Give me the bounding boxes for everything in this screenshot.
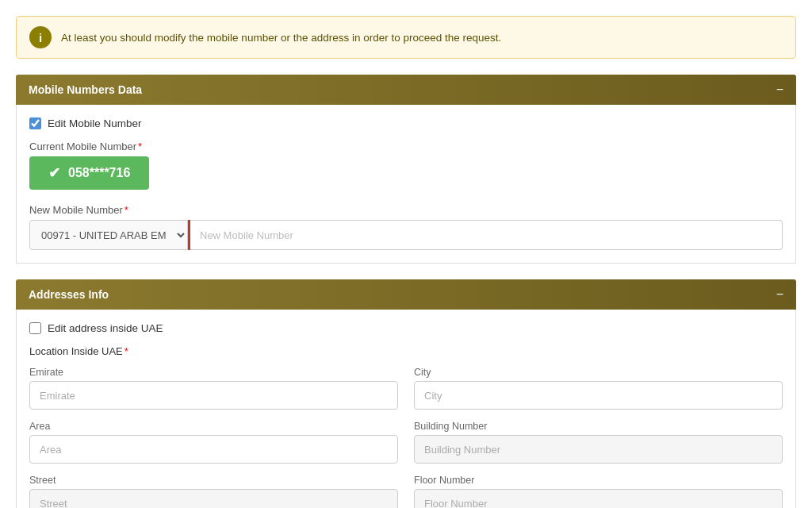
emirate-label: Emirate <box>29 367 398 378</box>
current-mobile-label: Current Mobile Number* <box>29 140 783 152</box>
street-label: Street <box>29 475 398 486</box>
emirate-group: Emirate <box>29 367 398 410</box>
address-collapse-icon[interactable]: − <box>776 287 783 302</box>
area-label: Area <box>29 421 398 432</box>
floor-number-group: Floor Number <box>414 475 783 508</box>
area-group: Area <box>29 421 398 464</box>
area-input[interactable] <box>29 435 398 464</box>
new-mobile-input[interactable] <box>190 220 783 250</box>
new-mobile-row: 00971 - UNITED ARAB EMI... <box>29 220 783 250</box>
edit-address-label: Edit address inside UAE <box>48 322 163 334</box>
address-section-title: Addresses Info <box>29 288 109 301</box>
location-label: Location Inside UAE* <box>29 345 783 357</box>
mobile-collapse-icon[interactable]: − <box>776 83 783 97</box>
edit-mobile-checkbox-row: Edit Mobile Number <box>29 117 783 129</box>
city-group: City <box>414 367 783 410</box>
floor-number-label: Floor Number <box>414 475 783 486</box>
address-section: Addresses Info − Edit address inside UAE… <box>16 279 796 508</box>
mobile-section-body: Edit Mobile Number Current Mobile Number… <box>16 105 796 264</box>
country-code-select[interactable]: 00971 - UNITED ARAB EMI... <box>29 220 188 250</box>
building-number-input[interactable] <box>414 435 783 464</box>
check-icon: ✔ <box>48 164 60 182</box>
building-number-group: Building Number <box>414 421 783 464</box>
alert-banner: i At least you should modify the mobile … <box>16 16 796 59</box>
mobile-section-header: Mobile Numbers Data − <box>16 75 796 105</box>
edit-mobile-checkbox[interactable] <box>29 117 41 129</box>
current-mobile-button[interactable]: ✔ 058****716 <box>29 156 149 190</box>
new-mobile-field-label: New Mobile Number* <box>29 204 783 216</box>
edit-address-checkbox-row: Edit address inside UAE <box>29 322 783 334</box>
edit-address-checkbox[interactable] <box>29 322 41 334</box>
emirate-input[interactable] <box>29 381 398 410</box>
address-form-grid: Emirate City Area Building Number <box>29 367 783 508</box>
address-section-body: Edit address inside UAE Location Inside … <box>16 310 796 508</box>
city-label: City <box>414 367 783 378</box>
alert-message: At least you should modify the mobile nu… <box>61 32 501 44</box>
page-wrapper: i At least you should modify the mobile … <box>0 0 812 508</box>
edit-mobile-label: Edit Mobile Number <box>48 117 142 129</box>
floor-number-input[interactable] <box>414 489 783 508</box>
mobile-section: Mobile Numbers Data − Edit Mobile Number… <box>16 75 796 264</box>
address-section-header: Addresses Info − <box>16 279 796 310</box>
city-input[interactable] <box>414 381 783 410</box>
building-number-label: Building Number <box>414 421 783 432</box>
street-input[interactable] <box>29 489 398 508</box>
street-group: Street <box>29 475 398 508</box>
current-mobile-number: 058****716 <box>68 166 130 180</box>
info-icon: i <box>29 26 52 48</box>
mobile-section-title: Mobile Numbers Data <box>29 83 142 96</box>
